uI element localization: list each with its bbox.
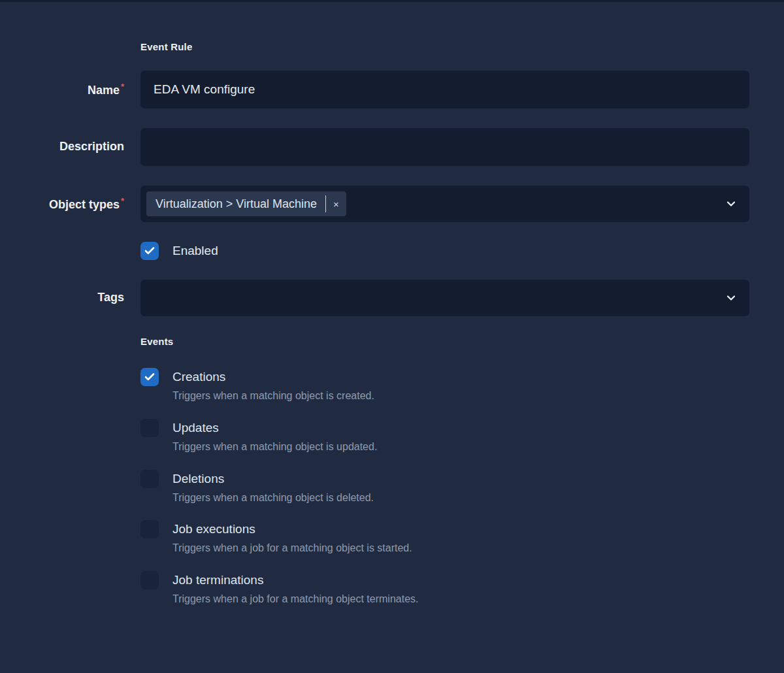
object-type-chip-label: Virtualization > Virtual Machine <box>155 197 317 211</box>
event-text: Deletions Triggers when a matching objec… <box>172 470 374 505</box>
required-asterisk: * <box>121 82 124 91</box>
event-checkbox-creations[interactable] <box>140 368 159 386</box>
tags-select[interactable] <box>140 280 749 316</box>
event-label-updates[interactable]: Updates <box>172 419 377 437</box>
required-asterisk: * <box>121 196 124 206</box>
event-item-updates: Updates Triggers when a matching object … <box>140 419 749 454</box>
event-label-creations[interactable]: Creations <box>172 368 374 386</box>
chevron-down-icon[interactable] <box>724 291 738 305</box>
tags-field-row: Tags <box>0 280 784 316</box>
section-heading-events: Events <box>140 336 784 347</box>
enabled-field-row: Enabled <box>0 242 784 260</box>
enabled-check-line: Enabled <box>140 242 749 260</box>
event-checkbox-updates[interactable] <box>140 419 159 437</box>
name-input[interactable] <box>140 71 749 108</box>
event-checkbox-job-terminations[interactable] <box>140 571 159 589</box>
event-item-deletions: Deletions Triggers when a matching objec… <box>140 470 749 505</box>
event-item-creations: Creations Triggers when a matching objec… <box>140 368 749 403</box>
event-description-updates: Triggers when a matching object is updat… <box>172 440 377 454</box>
event-checkbox-deletions[interactable] <box>140 470 159 488</box>
event-rule-form: Event Rule Name* Description Object type… <box>0 0 784 606</box>
event-item-job-executions: Job executions Triggers when a job for a… <box>140 520 749 555</box>
event-text: Job executions Triggers when a job for a… <box>172 520 412 555</box>
name-label: Name* <box>0 82 124 98</box>
event-description-job-executions: Triggers when a job for a matching objec… <box>172 542 412 555</box>
object-types-label: Object types* <box>0 196 124 212</box>
description-label: Description <box>0 140 124 154</box>
event-checkbox-job-executions[interactable] <box>140 520 159 538</box>
event-text: Creations Triggers when a matching objec… <box>172 368 374 403</box>
event-label-job-terminations[interactable]: Job terminations <box>172 571 418 589</box>
chip-remove-icon[interactable]: × <box>325 195 346 212</box>
object-type-chip: Virtualization > Virtual Machine × <box>146 191 346 216</box>
event-description-creations: Triggers when a matching object is creat… <box>172 389 374 403</box>
event-text: Job terminations Triggers when a job for… <box>172 571 418 606</box>
event-description-job-terminations: Triggers when a job for a matching objec… <box>172 593 418 606</box>
name-field-row: Name* <box>0 71 784 108</box>
chevron-down-icon[interactable] <box>724 197 738 211</box>
event-text: Updates Triggers when a matching object … <box>172 419 377 454</box>
event-label-deletions[interactable]: Deletions <box>172 470 374 488</box>
section-heading-event-rule: Event Rule <box>140 41 784 52</box>
description-field-row: Description <box>0 128 784 166</box>
tags-label: Tags <box>0 291 124 305</box>
enabled-label[interactable]: Enabled <box>172 244 218 258</box>
description-input[interactable] <box>140 128 749 166</box>
enabled-checkbox[interactable] <box>140 242 159 260</box>
object-types-select[interactable]: Virtualization > Virtual Machine × <box>140 186 749 222</box>
object-types-field-row: Object types* Virtualization > Virtual M… <box>0 186 784 222</box>
event-description-deletions: Triggers when a matching object is delet… <box>172 491 374 505</box>
event-item-job-terminations: Job terminations Triggers when a job for… <box>140 571 749 606</box>
event-label-job-executions[interactable]: Job executions <box>172 520 412 538</box>
